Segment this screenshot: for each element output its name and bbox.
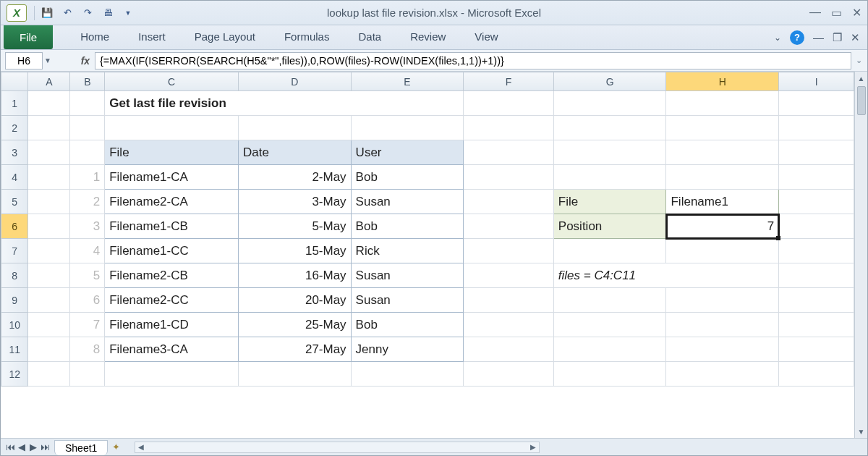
row-header[interactable]: 12	[1, 362, 28, 387]
formula-bar-expand-icon[interactable]: ⌄	[856, 56, 867, 65]
col-E[interactable]: E	[351, 72, 464, 91]
cell-file[interactable]: Filename2-CC	[105, 288, 239, 313]
help-icon[interactable]: ?	[790, 30, 804, 45]
cell-user[interactable]: Bob	[351, 214, 464, 239]
row-header[interactable]: 8	[1, 263, 28, 288]
row-index: 5	[70, 263, 105, 288]
row-header[interactable]: 4	[1, 165, 28, 190]
file-tab[interactable]: File	[4, 25, 53, 49]
row-9: 9 6 Filename2-CC 20-May Susan	[1, 288, 854, 313]
sheet-nav-next-icon[interactable]: ▶	[28, 442, 38, 452]
save-icon[interactable]: 💾	[39, 5, 55, 21]
row-index: 1	[70, 165, 105, 190]
cell-file[interactable]: Filename1-CB	[105, 214, 239, 239]
tab-view[interactable]: View	[460, 25, 512, 49]
ribbon-minimize-icon[interactable]: ⌄	[774, 33, 781, 43]
row-header[interactable]: 6	[1, 214, 28, 239]
cell-user[interactable]: Susan	[351, 288, 464, 313]
row-header[interactable]: 10	[1, 313, 28, 337]
formula-bar[interactable]: {=MAX(IF(ISERROR(SEARCH(H5&"*",files)),0…	[95, 52, 851, 69]
cell-date[interactable]: 16-May	[238, 263, 351, 288]
cell-date[interactable]: 5-May	[238, 214, 351, 239]
tab-home[interactable]: Home	[66, 25, 124, 49]
table-header-file: File	[105, 140, 239, 165]
row-header[interactable]: 3	[1, 140, 28, 165]
cell-user[interactable]: Jenny	[351, 337, 464, 362]
titlebar: X 💾 ↶ ↷ 🖶 ▼ lookup last file revision.xl…	[1, 1, 867, 25]
tab-data[interactable]: Data	[344, 25, 396, 49]
cell-date[interactable]: 15-May	[238, 239, 351, 263]
tab-review[interactable]: Review	[396, 25, 460, 49]
col-C[interactable]: C	[105, 72, 239, 91]
fx-icon[interactable]: fx	[76, 55, 95, 67]
col-F[interactable]: F	[464, 72, 554, 91]
cell-user[interactable]: Susan	[351, 190, 464, 214]
tab-insert[interactable]: Insert	[124, 25, 180, 49]
col-B[interactable]: B	[70, 72, 105, 91]
name-box-dropdown-icon[interactable]: ▼	[44, 56, 51, 64]
row-header[interactable]: 9	[1, 288, 28, 313]
cell-user[interactable]: Susan	[351, 263, 464, 288]
horizontal-scrollbar[interactable]: ◀ ▶	[135, 442, 540, 453]
ribbon-right: ⌄ ? ― ❐ ✕	[774, 25, 867, 49]
lookup-position-value[interactable]: 7	[666, 214, 779, 239]
undo-icon[interactable]: ↶	[59, 5, 75, 21]
col-I[interactable]: I	[779, 72, 854, 91]
minimize-icon[interactable]: ―	[809, 6, 821, 20]
doc-restore-icon[interactable]: ❐	[833, 31, 842, 44]
col-H[interactable]: H	[666, 72, 779, 91]
row-header[interactable]: 1	[1, 91, 28, 116]
cell-file[interactable]: Filename2-CA	[105, 190, 239, 214]
cell-file[interactable]: Filename1-CC	[105, 239, 239, 263]
name-box[interactable]: H6	[5, 52, 43, 69]
cell-file[interactable]: Filename2-CB	[105, 263, 239, 288]
row-index: 6	[70, 288, 105, 313]
sheet-tab[interactable]: Sheet1	[54, 440, 108, 455]
cell-user[interactable]: Bob	[351, 313, 464, 337]
row-header[interactable]: 5	[1, 190, 28, 214]
cell-date[interactable]: 20-May	[238, 288, 351, 313]
select-all-corner[interactable]	[1, 72, 28, 91]
scroll-thumb[interactable]	[857, 86, 866, 115]
row-10: 10 7 Filename1-CD 25-May Bob	[1, 313, 854, 337]
row-header[interactable]: 7	[1, 239, 28, 263]
vertical-scrollbar[interactable]: ▲ ▼	[854, 72, 867, 438]
col-A[interactable]: A	[28, 72, 70, 91]
cell-date[interactable]: 25-May	[238, 313, 351, 337]
doc-close-icon[interactable]: ✕	[851, 31, 860, 44]
col-G[interactable]: G	[553, 72, 666, 91]
cell-date[interactable]: 2-May	[238, 165, 351, 190]
qat-customize-icon[interactable]: ▼	[120, 5, 136, 21]
tab-page-layout[interactable]: Page Layout	[180, 25, 270, 49]
scroll-down-icon[interactable]: ▼	[858, 425, 865, 438]
lookup-file-value[interactable]: Filename1	[666, 190, 779, 214]
row-3: 3 File Date User	[1, 140, 854, 165]
excel-logo-icon: X	[7, 4, 27, 22]
row-header[interactable]: 2	[1, 116, 28, 140]
close-icon[interactable]: ✕	[852, 6, 861, 20]
worksheet-area: A B C D E F G H I 1 Get last file revisi…	[1, 72, 867, 438]
maximize-icon[interactable]: ▭	[831, 6, 842, 20]
print-icon[interactable]: 🖶	[100, 5, 116, 21]
cell-file[interactable]: Filename3-CA	[105, 337, 239, 362]
cell-date[interactable]: 27-May	[238, 337, 351, 362]
scroll-left-icon[interactable]: ◀	[135, 443, 147, 451]
redo-icon[interactable]: ↷	[80, 5, 95, 21]
cell-file[interactable]: Filename1-CA	[105, 165, 239, 190]
col-D[interactable]: D	[238, 72, 351, 91]
tab-formulas[interactable]: Formulas	[270, 25, 344, 49]
cell-date[interactable]: 3-May	[238, 190, 351, 214]
scroll-right-icon[interactable]: ▶	[527, 443, 539, 451]
doc-minimize-icon[interactable]: ―	[813, 31, 824, 43]
cell-user[interactable]: Rick	[351, 239, 464, 263]
scroll-up-icon[interactable]: ▲	[858, 72, 865, 85]
sheet-nav[interactable]: ⏮ ◀ ▶ ⏭	[1, 442, 54, 452]
row-header[interactable]: 11	[1, 337, 28, 362]
cell-user[interactable]: Bob	[351, 165, 464, 190]
sheet-nav-prev-icon[interactable]: ◀	[17, 442, 27, 452]
cell-file[interactable]: Filename1-CD	[105, 313, 239, 337]
sheet-nav-last-icon[interactable]: ⏭	[40, 442, 50, 452]
new-sheet-icon[interactable]: ✦	[112, 442, 120, 452]
grid[interactable]: A B C D E F G H I 1 Get last file revisi…	[1, 72, 854, 438]
sheet-nav-first-icon[interactable]: ⏮	[5, 442, 15, 452]
